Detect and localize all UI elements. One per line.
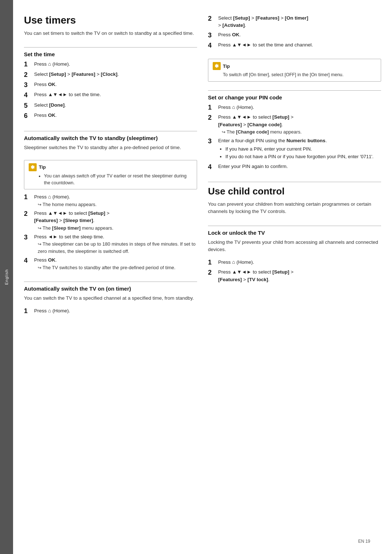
main-content: Use timers You can set timers to switch … [13, 0, 392, 554]
divider-pin-code [208, 90, 381, 91]
right-column: 2 Select [Setup] > [Features] > [On time… [208, 15, 381, 539]
home-icon-standby: ⌂ [48, 194, 51, 200]
tip-box-sleeptimer: ✱ Tip You can always switch off your TV … [24, 160, 197, 190]
sidebar: English [0, 0, 13, 554]
page-footer: EN 19 [358, 539, 370, 544]
step-1-set-time: 1 Press ⌂ (Home). [24, 60, 197, 69]
home-icon: ⌂ [48, 61, 51, 67]
auto-on-title: Automatically switch the TV on (on timer… [24, 286, 197, 292]
set-time-title: Set the time [24, 51, 197, 57]
use-timers-intro: You can set timers to switch the TV on o… [24, 30, 197, 37]
step-2-pin: 2 Press ▲▼◄► to select [Setup] > [Featur… [208, 114, 381, 135]
use-timers-title: Use timers [24, 15, 197, 26]
home-icon-pin: ⌂ [232, 104, 235, 110]
home-icon-on-timer: ⌂ [48, 308, 51, 313]
step-4-standby: 4 Press OK. The TV switches to standby a… [24, 257, 197, 271]
step-1-pin: 1 Press ⌂ (Home). [208, 103, 381, 112]
use-child-control-intro: You can prevent your children from watch… [208, 201, 381, 216]
tip-label-on-timer: Tip [223, 63, 230, 69]
step-1-standby: 1 Press ⌂ (Home). The home menu appears. [24, 193, 197, 208]
set-time-steps: 1 Press ⌂ (Home). 2 Select [Setup] > [Fe… [24, 60, 197, 122]
auto-on-intro: You can switch the TV to a specified cha… [24, 295, 197, 302]
auto-standby-title: Automatically switch the TV to standby (… [24, 135, 197, 141]
step-4-set-time: 4 Press ▲▼◄► to set the time. [24, 91, 197, 99]
step-1-lock: 1 Press ⌂ (Home). [208, 258, 381, 267]
tip-header: ✱ Tip [29, 163, 192, 171]
tip-star-icon-on-timer: ✱ [213, 62, 221, 70]
divider-auto-standby [24, 131, 197, 131]
step-5-set-time: 5 Select [Done]. [24, 102, 197, 110]
pin-code-steps: 1 Press ⌂ (Home). 2 Press ▲▼◄► to select… [208, 103, 381, 173]
auto-standby-intro: Sleeptimer switches the TV to standby af… [24, 144, 197, 151]
auto-on-steps: 1 Press ⌂ (Home). [24, 307, 197, 317]
step-3-on-timer: 3 Press OK. [208, 31, 381, 40]
use-child-control-title: Use child control [208, 186, 381, 197]
pin-code-title: Set or change your PIN code [208, 94, 381, 100]
left-column: Use timers You can set timers to switch … [24, 15, 197, 539]
tip-header-on-timer: ✱ Tip [213, 62, 376, 70]
step-2-standby: 2 Press ▲▼◄► to select [Setup] > [Featur… [24, 210, 197, 231]
tip-star-icon: ✱ [29, 163, 37, 171]
step-2-set-time: 2 Select [Setup] > [Features] > [Clock]. [24, 71, 197, 79]
page-number: EN 19 [358, 539, 370, 544]
divider-set-time [24, 47, 197, 48]
lock-tv-steps: 1 Press ⌂ (Home). 2 Press ▲▼◄► to select… [208, 258, 381, 285]
auto-standby-steps: 1 Press ⌂ (Home). The home menu appears.… [24, 193, 197, 273]
step-3-set-time: 3 Press OK. [24, 81, 197, 89]
step-2-on-timer: 2 Select [Setup] > [Features] > [On time… [208, 15, 381, 29]
divider-lock-tv [208, 226, 381, 226]
step-3-standby: 3 Press ◄► to set the sleep time. The sl… [24, 233, 197, 255]
step-6-set-time: 6 Press OK. [24, 112, 197, 120]
sidebar-language-label: English [4, 269, 9, 285]
step-4-pin: 4 Enter your PIN again to confirm. [208, 163, 381, 171]
divider-auto-on [24, 282, 197, 282]
tip-text-on-timer: To switch off [On timer], select [OFF] i… [223, 71, 376, 78]
step-3-pin: 3 Enter a four-digit PIN using the Numer… [208, 137, 381, 161]
tip-box-on-timer: ✱ Tip To switch off [On timer], select [… [208, 59, 381, 82]
step-2-lock: 2 Press ▲▼◄► to select [Setup] > [Featur… [208, 268, 381, 283]
on-timer-steps-cont: 2 Select [Setup] > [Features] > [On time… [208, 15, 381, 52]
step-4-on-timer: 4 Press ▲▼◄► to set the time and channel… [208, 41, 381, 50]
tip-text-sleeptimer: You can always switch off your TV earlie… [39, 173, 192, 186]
lock-tv-title: Lock or unlock the TV [208, 230, 381, 236]
step-1-on-timer: 1 Press ⌂ (Home). [24, 307, 197, 315]
home-icon-lock: ⌂ [232, 259, 235, 265]
lock-tv-intro: Locking the TV prevents your child from … [208, 239, 381, 254]
tip-label: Tip [39, 164, 46, 170]
pin-bullets: If you have a PIN, enter your current PI… [225, 145, 381, 160]
divider-child-control [208, 182, 381, 182]
page: English Use timers You can set timers to… [0, 0, 392, 554]
